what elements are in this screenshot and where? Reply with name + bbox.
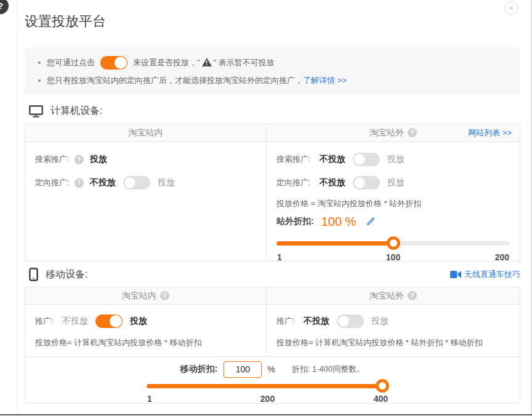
- mobile-col-header-onsite: 淘宝站内: [25, 287, 267, 305]
- mobile-discount-slider[interactable]: [147, 379, 389, 393]
- slider-fill: [276, 241, 393, 246]
- slider-max-label: 400: [374, 394, 388, 404]
- mobile-discount-label: 移动折扣:: [180, 364, 218, 375]
- bottom-divider: [0, 414, 532, 415]
- state-on-label: 投放: [387, 154, 405, 165]
- field-label: 搜索推广:: [276, 154, 311, 165]
- mobile-onsite-promo-row: 推广: 不投放 投放: [35, 312, 256, 330]
- state-on-label: 投放: [130, 316, 147, 327]
- question-icon[interactable]: [408, 128, 417, 137]
- state-off-label: 不投放: [320, 154, 345, 165]
- wireless-tips: 无线直通车技巧: [450, 269, 520, 280]
- state-off-label: 不投放: [62, 316, 88, 327]
- col-header-label: 淘宝站外: [369, 127, 404, 138]
- mobile-col-header-offsite: 淘宝站外: [267, 287, 520, 305]
- slider-min-label: 1: [147, 394, 152, 404]
- mobile-table: 淘宝站内 淘宝站外 推广: 不投放 投放 投放价格= 计算机淘宝站内投放价格 *…: [25, 287, 520, 404]
- pc-offsite-price-formula: 投放价格 = 淘宝站内投放价格 * 站外折扣: [276, 197, 510, 210]
- slider-track[interactable]: [147, 384, 389, 388]
- discount-hint: 折扣: 1-400间整数。: [292, 364, 365, 375]
- mobile-offsite-promo-row: 推广: 不投放 投放: [276, 312, 510, 330]
- slider-max-label: 200: [495, 252, 509, 262]
- notice-text: 您只有投放淘宝站内的定向推广后，才能选择投放淘宝站外的定向推广，: [47, 75, 303, 86]
- question-icon[interactable]: [408, 291, 417, 300]
- video-camera-icon: [450, 271, 461, 278]
- computer-col-header-offsite: 淘宝站外 网站列表 >>: [267, 124, 520, 142]
- notice-line-1: 您可通过点击 来设置是否投放，" " 表示暂不可投放: [38, 52, 508, 73]
- offsite-discount-slider[interactable]: [276, 236, 510, 250]
- mobile-onsite-cell: 推广: 不投放 投放 投放价格= 计算机淘宝站内投放价格 * 移动折扣: [25, 305, 267, 356]
- edit-pencil-icon[interactable]: [366, 217, 376, 226]
- col-header-label: 淘宝站内: [129, 127, 163, 138]
- pc-offsite-search-toggle[interactable]: [353, 153, 380, 166]
- toggle-knob: [353, 153, 366, 166]
- percent-unit: %: [267, 364, 275, 374]
- slider-min-label: 1: [277, 252, 282, 262]
- pc-onsite-target-row: 定向推广: 不投放 投放: [35, 174, 256, 192]
- state-off-label: 不投放: [304, 316, 329, 327]
- monitor-icon: [29, 105, 43, 118]
- mobile-onsite-price-formula: 投放价格= 计算机淘宝站内投放价格 * 移动折扣: [35, 336, 256, 350]
- slider-mid-label: 200: [260, 394, 275, 404]
- mobile-discount-row: 移动折扣: % 折扣: 1-400间整数。 1 200 400: [25, 356, 520, 403]
- toggle-knob: [124, 177, 136, 189]
- page-title: 设置投放平台: [25, 12, 520, 31]
- col-header-label: 淘宝站内: [122, 290, 156, 302]
- mobile-section-title: 移动设备:: [46, 268, 87, 281]
- toggle-knob: [115, 57, 127, 69]
- notice-text: 来设置是否投放，": [133, 57, 200, 68]
- slider-handle[interactable]: [387, 236, 400, 250]
- discount-value: 100 %: [321, 215, 357, 229]
- state-on-label: 投放: [387, 177, 405, 188]
- state-off-label: 不投放: [320, 177, 345, 188]
- site-list-link[interactable]: 网站列表 >>: [468, 127, 512, 138]
- dialog-content: 设置投放平台 您可通过点击 来设置是否投放，" " 表示暂不可投放 您只有投放淘…: [25, 0, 520, 404]
- slider-mid-label: 100: [386, 252, 400, 262]
- pc-offsite-target-row: 定向推广: 不投放 投放: [276, 174, 510, 192]
- pc-offsite-target-toggle[interactable]: [353, 176, 380, 190]
- learn-more-link[interactable]: 了解详情 >>: [303, 75, 347, 86]
- field-label: 定向推广:: [35, 177, 70, 188]
- question-icon[interactable]: [75, 178, 84, 188]
- notice-line-2: 您只有投放淘宝站内的定向推广后，才能选择投放淘宝站外的定向推广， 了解详情 >>: [38, 73, 508, 88]
- mobile-slider-wrap: 1 200 400: [147, 379, 389, 404]
- mobile-section-header: 移动设备: 无线直通车技巧: [25, 268, 520, 281]
- toggle-knob: [337, 315, 350, 327]
- mobile-slider-labels: 1 200 400: [147, 394, 389, 404]
- pc-onsite-target-toggle[interactable]: [123, 176, 150, 190]
- state-on-label: 投放: [371, 316, 389, 327]
- smartphone-icon: [29, 268, 38, 281]
- dialog-left-border: [17, 0, 18, 416]
- computer-table: 淘宝站内 淘宝站外 网站列表 >> 搜索推广: 投放 定向推广: 不投放 投放: [25, 123, 520, 262]
- mobile-onsite-promo-toggle[interactable]: [95, 314, 123, 328]
- mobile-offsite-promo-toggle[interactable]: [337, 314, 364, 328]
- mobile-discount-input[interactable]: [224, 361, 262, 378]
- field-label: 搜索推广:: [35, 154, 70, 165]
- wireless-tips-link[interactable]: 无线直通车技巧: [464, 269, 520, 280]
- computer-col-header-onsite: 淘宝站内: [25, 124, 267, 142]
- field-label: 推广:: [276, 316, 295, 327]
- slider-handle[interactable]: [376, 379, 389, 393]
- notice-text: " 表示暂不可投放: [214, 57, 275, 68]
- bullet-icon: [38, 62, 41, 64]
- notice-text: 您可通过点击: [47, 57, 95, 68]
- offsite-slider-labels: 1 100 200: [276, 252, 510, 263]
- col-header-label: 淘宝站外: [369, 290, 404, 302]
- toggle-knob: [353, 177, 366, 189]
- mobile-discount-controls: 移动折扣: % 折扣: 1-400间整数。: [25, 359, 520, 379]
- field-label: 定向推广:: [276, 177, 311, 188]
- question-icon[interactable]: [160, 291, 169, 300]
- help-badge-icon[interactable]: ?: [0, 0, 9, 14]
- offsite-discount-line: 站外折扣: 100 %: [276, 211, 510, 232]
- question-icon[interactable]: [75, 155, 84, 164]
- state-on-label: 投放: [158, 177, 175, 188]
- mobile-offsite-cell: 推广: 不投放 投放 投放价格= 计算机淘宝站内投放价格 * 站外折扣 * 移动…: [267, 305, 520, 356]
- notice-box: 您可通过点击 来设置是否投放，" " 表示暂不可投放 您只有投放淘宝站内的定向推…: [25, 47, 520, 95]
- toggle-example-icon: [100, 56, 127, 70]
- field-value: 投放: [90, 154, 107, 165]
- toggle-knob: [110, 315, 122, 327]
- computer-offsite-cell: 搜索推广: 不投放 投放 定向推广: 不投放 投放 投放价格 = 淘宝站内投放价…: [267, 142, 520, 261]
- pc-onsite-search-row: 搜索推广: 投放: [35, 150, 256, 169]
- computer-onsite-cell: 搜索推广: 投放 定向推广: 不投放 投放: [25, 142, 267, 261]
- pc-offsite-search-row: 搜索推广: 不投放 投放: [276, 150, 510, 169]
